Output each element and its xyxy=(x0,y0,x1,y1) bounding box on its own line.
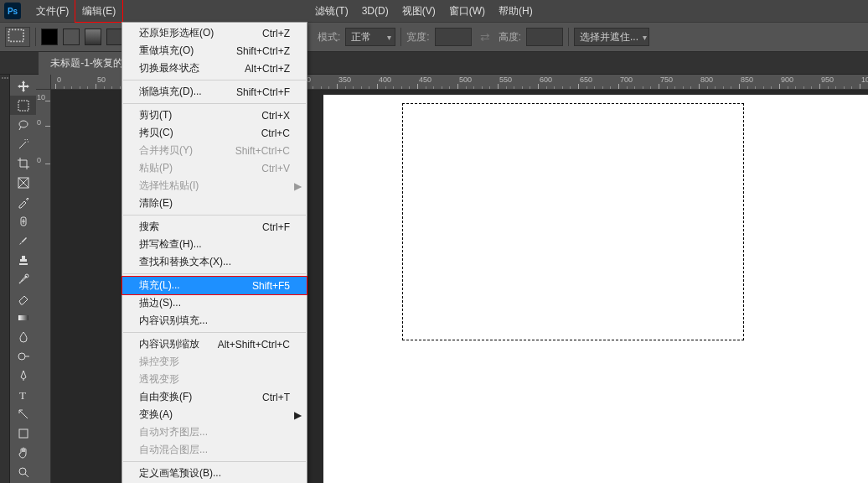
hand-tool-icon[interactable] xyxy=(10,443,36,462)
svg-rect-14 xyxy=(19,429,28,438)
menu-item: 操控变形 xyxy=(122,353,307,371)
menu-item[interactable]: 描边(S)... xyxy=(122,294,307,312)
menu-view[interactable]: 视图(V) xyxy=(395,0,442,22)
menu-item[interactable]: 渐隐填充(D)...Shift+Ctrl+F xyxy=(122,83,307,101)
healing-tool-icon[interactable] xyxy=(10,211,36,231)
svg-text:T: T xyxy=(19,389,26,402)
menu-item[interactable]: 定义画笔预设(B)... xyxy=(122,465,307,482)
ps-logo: Ps xyxy=(4,3,21,19)
menu-help[interactable]: 帮助(H) xyxy=(492,0,540,22)
document-tab[interactable]: 未标题-1-恢复的 xyxy=(39,52,135,75)
frame-tool-icon[interactable] xyxy=(10,173,36,192)
menu-item[interactable]: 切换最终状态Alt+Ctrl+Z xyxy=(122,60,307,77)
swatch-grey[interactable] xyxy=(63,29,80,45)
height-label: 高度: xyxy=(499,30,521,44)
path-tool-icon[interactable] xyxy=(10,404,36,423)
menubar: Ps 文件(F) 编辑(E) 滤镜(T) 3D(D) 视图(V) 窗口(W) 帮… xyxy=(0,0,868,22)
marquee-tool-icon[interactable] xyxy=(10,96,36,115)
swatch-dark[interactable] xyxy=(106,29,123,45)
svg-point-2 xyxy=(19,121,28,127)
menu-item[interactable]: 搜索Ctrl+F xyxy=(122,218,307,236)
brush-tool-icon[interactable] xyxy=(10,231,36,250)
swatch-black[interactable] xyxy=(41,29,58,45)
menu-item[interactable]: 清除(E) xyxy=(122,195,307,212)
menu-item: 自动对齐图层... xyxy=(122,423,307,441)
svg-point-15 xyxy=(19,468,26,475)
swap-icon[interactable]: ⇄ xyxy=(477,30,493,44)
menu-item[interactable]: 重做填充(O)Shift+Ctrl+Z xyxy=(122,42,307,60)
svg-point-11 xyxy=(18,353,25,360)
width-input[interactable] xyxy=(435,28,472,46)
dodge-tool-icon[interactable] xyxy=(10,346,36,366)
svg-rect-1 xyxy=(18,101,28,111)
crop-tool-icon[interactable] xyxy=(10,153,36,173)
ruler-corner xyxy=(36,75,51,90)
eyedropper-tool-icon[interactable] xyxy=(10,192,36,211)
menu-item[interactable]: 还原矩形选框(O)Ctrl+Z xyxy=(122,24,307,42)
mode-dropdown[interactable]: 正常 xyxy=(345,28,395,46)
menu-item[interactable]: 内容识别缩放Alt+Shift+Ctrl+C xyxy=(122,335,307,353)
menu-item: 透视变形 xyxy=(122,371,307,388)
gradient-tool-icon[interactable] xyxy=(10,308,36,327)
width-label: 宽度: xyxy=(406,30,429,44)
menu-item[interactable]: 填充(L)...Shift+F5 xyxy=(122,277,307,294)
wand-tool-icon[interactable] xyxy=(10,134,36,153)
menu-item[interactable]: 变换(A)▶ xyxy=(122,406,307,423)
menu-item[interactable]: 内容识别填充... xyxy=(122,312,307,330)
lasso-tool-icon[interactable] xyxy=(10,115,36,134)
selection-marquee[interactable] xyxy=(402,103,744,340)
history-brush-icon[interactable] xyxy=(10,269,36,288)
svg-rect-0 xyxy=(9,29,24,41)
select-and-mask-button[interactable]: 选择并遮住... xyxy=(574,28,649,46)
edit-menu-dropdown: 还原矩形选框(O)Ctrl+Z重做填充(O)Shift+Ctrl+Z切换最终状态… xyxy=(121,22,307,483)
menu-item: 粘贴(P)Ctrl+V xyxy=(122,159,307,177)
menu-item[interactable]: 拼写检查(H)... xyxy=(122,236,307,253)
menu-item[interactable]: 自由变换(F)Ctrl+T xyxy=(122,388,307,406)
menu-item[interactable]: 剪切(T)Ctrl+X xyxy=(122,106,307,124)
menu-window[interactable]: 窗口(W) xyxy=(442,0,492,22)
eraser-tool-icon[interactable] xyxy=(10,288,36,308)
menu-item[interactable]: 拷贝(C)Ctrl+C xyxy=(122,124,307,142)
stamp-tool-icon[interactable] xyxy=(10,250,36,269)
pen-tool-icon[interactable] xyxy=(10,366,36,385)
menu-item[interactable]: 查找和替换文本(X)... xyxy=(122,253,307,271)
svg-rect-10 xyxy=(18,315,28,320)
blur-tool-icon[interactable] xyxy=(10,327,36,346)
menu-file[interactable]: 文件(F) xyxy=(29,0,75,22)
menu-item: 合并拷贝(Y)Shift+Ctrl+C xyxy=(122,142,307,159)
toolbox: T xyxy=(10,75,36,483)
mode-label: 模式: xyxy=(318,30,340,44)
zoom-tool-icon[interactable] xyxy=(10,462,36,481)
panel-grip[interactable] xyxy=(0,75,10,483)
svg-line-16 xyxy=(25,474,28,477)
menu-item: 选择性粘贴(I)▶ xyxy=(122,177,307,195)
ruler-vertical: 10000 xyxy=(36,90,51,483)
menu-item: 自动混合图层... xyxy=(122,441,307,459)
height-input[interactable] xyxy=(526,28,563,46)
type-tool-icon[interactable]: T xyxy=(10,385,36,404)
shape-tool-icon[interactable] xyxy=(10,423,36,443)
swatch-grad[interactable] xyxy=(85,29,101,45)
menu-filter[interactable]: 滤镜(T) xyxy=(308,0,354,22)
document-canvas[interactable] xyxy=(323,95,868,483)
move-tool-icon[interactable] xyxy=(10,76,36,96)
menu-3d[interactable]: 3D(D) xyxy=(355,0,395,22)
menu-edit[interactable]: 编辑(E) xyxy=(75,0,122,22)
tool-preset-icon[interactable] xyxy=(5,27,30,47)
